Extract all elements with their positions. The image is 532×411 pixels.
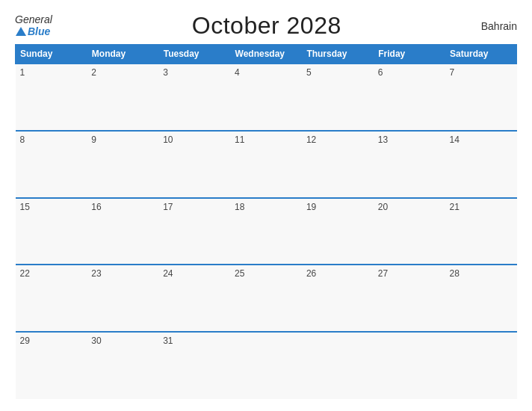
day-number: 7 xyxy=(450,67,513,78)
calendar-cell: 8 xyxy=(16,131,87,198)
weekday-header-row: SundayMondayTuesdayWednesdayThursdayFrid… xyxy=(16,45,517,64)
day-number: 18 xyxy=(235,202,297,212)
logo-blue-row: Blue xyxy=(15,25,50,37)
day-number: 11 xyxy=(235,135,297,145)
day-number: 17 xyxy=(163,202,226,212)
weekday-header-friday: Friday xyxy=(374,45,445,64)
day-number: 8 xyxy=(20,135,83,145)
weekday-header-tuesday: Tuesday xyxy=(158,45,230,64)
day-number: 14 xyxy=(450,135,513,145)
day-number: 26 xyxy=(306,268,369,279)
logo-triangle-icon xyxy=(16,27,26,36)
week-row-3: 15161718192021 xyxy=(16,198,517,265)
calendar-cell: 3 xyxy=(158,64,230,131)
day-number: 5 xyxy=(306,67,369,78)
day-number: 4 xyxy=(235,67,297,78)
day-number: 10 xyxy=(163,135,226,145)
calendar-cell: 25 xyxy=(230,265,302,332)
calendar-cell: 4 xyxy=(230,64,302,131)
calendar-cell: 23 xyxy=(87,265,158,332)
calendar-cell: 7 xyxy=(445,64,517,131)
logo: General Blue xyxy=(15,14,52,37)
calendar-cell: 15 xyxy=(16,198,87,265)
calendar-cell: 26 xyxy=(302,265,374,332)
day-number: 24 xyxy=(163,268,226,279)
calendar-cell: 31 xyxy=(158,332,230,399)
weekday-header-thursday: Thursday xyxy=(302,45,374,64)
day-number: 9 xyxy=(91,135,154,145)
weekday-header-sunday: Sunday xyxy=(16,45,87,64)
week-row-2: 891011121314 xyxy=(16,131,517,198)
calendar-cell: 16 xyxy=(87,198,158,265)
calendar-cell: 18 xyxy=(230,198,302,265)
calendar-cell: 17 xyxy=(158,198,230,265)
calendar-cell: 27 xyxy=(374,265,445,332)
day-number: 16 xyxy=(91,202,154,212)
calendar-cell xyxy=(374,332,445,399)
calendar-cell: 29 xyxy=(16,332,87,399)
calendar-cell: 12 xyxy=(302,131,374,198)
day-number: 12 xyxy=(306,135,369,145)
calendar-cell xyxy=(302,332,374,399)
calendar-table: SundayMondayTuesdayWednesdayThursdayFrid… xyxy=(15,44,517,399)
calendar-cell: 30 xyxy=(87,332,158,399)
week-row-1: 1234567 xyxy=(16,64,517,131)
calendar-cell: 24 xyxy=(158,265,230,332)
calendar-cell: 21 xyxy=(445,198,517,265)
calendar-title: October 2028 xyxy=(192,12,341,40)
calendar-cell: 5 xyxy=(302,64,374,131)
day-number: 3 xyxy=(163,67,226,78)
calendar-cell: 19 xyxy=(302,198,374,265)
calendar-cell: 11 xyxy=(230,131,302,198)
day-number: 1 xyxy=(20,67,83,78)
logo-general-text: General xyxy=(15,14,52,25)
day-number: 23 xyxy=(91,268,154,279)
day-number: 29 xyxy=(20,336,83,346)
calendar-cell: 13 xyxy=(374,131,445,198)
week-row-4: 22232425262728 xyxy=(16,265,517,332)
calendar-cell: 14 xyxy=(445,131,517,198)
week-row-5: 293031 xyxy=(16,332,517,399)
day-number: 15 xyxy=(20,202,83,212)
logo-blue-text: Blue xyxy=(28,25,50,37)
calendar-cell: 6 xyxy=(374,64,445,131)
day-number: 30 xyxy=(91,336,154,346)
day-number: 27 xyxy=(378,268,441,279)
day-number: 13 xyxy=(378,135,441,145)
day-number: 31 xyxy=(163,336,226,346)
calendar-cell xyxy=(230,332,302,399)
day-number: 22 xyxy=(20,268,83,279)
calendar-cell: 2 xyxy=(87,64,158,131)
day-number: 6 xyxy=(378,67,441,78)
calendar-cell xyxy=(445,332,517,399)
day-number: 25 xyxy=(235,268,297,279)
calendar-cell: 28 xyxy=(445,265,517,332)
day-number: 21 xyxy=(450,202,513,212)
calendar-cell: 22 xyxy=(16,265,87,332)
header: General Blue October 2028 Bahrain xyxy=(15,12,517,40)
day-number: 28 xyxy=(450,268,513,279)
calendar-cell: 20 xyxy=(374,198,445,265)
calendar-cell: 10 xyxy=(158,131,230,198)
day-number: 2 xyxy=(91,67,154,78)
country-label: Bahrain xyxy=(481,20,517,32)
calendar-cell: 1 xyxy=(16,64,87,131)
day-number: 20 xyxy=(378,202,441,212)
day-number: 19 xyxy=(306,202,369,212)
weekday-header-saturday: Saturday xyxy=(445,45,517,64)
weekday-header-monday: Monday xyxy=(87,45,158,64)
weekday-header-wednesday: Wednesday xyxy=(230,45,302,64)
calendar-cell: 9 xyxy=(87,131,158,198)
